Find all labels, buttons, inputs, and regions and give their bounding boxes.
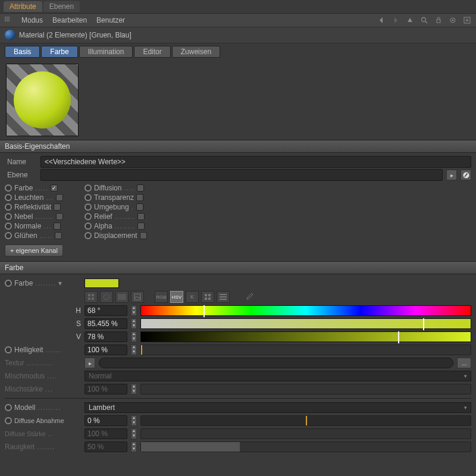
mischstaerke-slider xyxy=(140,384,471,394)
tab-farbe[interactable]: Farbe xyxy=(41,46,77,58)
ebene-arrow-icon[interactable]: ▸ xyxy=(446,170,457,180)
channel-displacement[interactable]: Displacement xyxy=(84,231,162,240)
mode-list-icon[interactable] xyxy=(217,291,230,303)
textur-arrow[interactable]: ▸ xyxy=(84,358,95,368)
v-stepper[interactable]: ▲▼ xyxy=(131,331,137,342)
channel-farbe[interactable]: Farbe.....✓ xyxy=(5,184,75,192)
h-label: H xyxy=(76,306,81,315)
diffuse-abnahme-stepper[interactable]: ▲▼ xyxy=(131,415,137,426)
diffuse-staerke-label: Diffuse Stärke xyxy=(5,430,46,437)
helligkeit-slider[interactable] xyxy=(140,345,471,355)
mode-k[interactable]: K xyxy=(186,291,199,303)
mischstaerke-label: Mischstärke xyxy=(5,385,43,393)
color-swatch[interactable] xyxy=(84,278,119,288)
tab-attribute[interactable]: Attribute xyxy=(4,1,42,12)
helligkeit-stepper[interactable]: ▲▼ xyxy=(131,345,137,355)
name-label: Name xyxy=(5,158,37,166)
channel-leuchten[interactable]: Leuchten... xyxy=(5,193,75,202)
channel-relief[interactable]: Relief........ xyxy=(84,212,162,221)
rauigkeit-label: Rauigkeit xyxy=(5,443,35,451)
mode-grid-icon[interactable] xyxy=(201,291,214,303)
svg-rect-19 xyxy=(220,299,227,300)
tab-ebenen[interactable]: Ebenen xyxy=(43,1,80,12)
h-input[interactable] xyxy=(84,305,127,316)
diffuse-staerke-slider xyxy=(140,428,471,439)
helligkeit-input[interactable] xyxy=(84,345,127,355)
channel-transparenz[interactable]: Transparenz xyxy=(84,193,162,202)
mode-spectrum-icon[interactable] xyxy=(115,291,129,303)
menu-bearbeiten[interactable]: Bearbeiten xyxy=(52,16,87,24)
channel-gluehen[interactable]: Glühen..... xyxy=(5,231,75,240)
ebene-clear-icon[interactable] xyxy=(461,170,471,180)
basis-header: Basis-Eigenschaften xyxy=(0,140,476,153)
material-preview[interactable] xyxy=(6,64,79,136)
svg-rect-9 xyxy=(92,298,94,300)
tab-basis[interactable]: Basis xyxy=(5,46,40,58)
h-stepper[interactable]: ▲▼ xyxy=(131,305,137,316)
nav-back-icon[interactable] xyxy=(377,16,386,24)
menu-benutzer[interactable]: Benutzer xyxy=(96,16,125,24)
channel-nebel[interactable]: Nebel....... xyxy=(5,212,75,221)
diffuse-abnahme-label: Diffuse Abnahme xyxy=(14,417,64,424)
channel-alpha[interactable]: Alpha........ xyxy=(84,222,162,230)
channel-normale[interactable]: Normale... xyxy=(5,222,75,230)
add-channel-button[interactable]: + eigenen Kanal xyxy=(5,245,63,256)
rauigkeit-input xyxy=(84,441,127,452)
channel-reflekt[interactable]: Reflektivität xyxy=(5,203,75,211)
svg-rect-14 xyxy=(208,294,211,296)
new-panel-icon[interactable] xyxy=(463,16,471,24)
material-title: Material (2 Elemente) [Gruen, Blau] xyxy=(19,31,131,39)
mode-swatches-icon[interactable] xyxy=(84,291,98,303)
eyedropper-icon[interactable] xyxy=(243,291,256,303)
s-label: S xyxy=(76,320,81,328)
name-input[interactable] xyxy=(40,156,471,168)
svg-rect-13 xyxy=(205,294,207,296)
search-icon[interactable] xyxy=(420,16,428,24)
nav-up-icon[interactable] xyxy=(406,16,414,24)
svg-rect-6 xyxy=(88,294,90,296)
mischstaerke-input xyxy=(84,384,127,394)
textur-input[interactable] xyxy=(99,358,453,368)
svg-rect-8 xyxy=(88,298,90,300)
tab-illumination[interactable]: Illumination xyxy=(79,46,133,58)
lock-icon[interactable] xyxy=(434,16,443,24)
modell-label: Modell xyxy=(14,403,35,412)
svg-rect-11 xyxy=(118,294,126,300)
s-slider[interactable] xyxy=(140,318,471,329)
menu-modus[interactable]: Modus xyxy=(21,16,43,24)
svg-rect-16 xyxy=(208,298,211,300)
farbe-header: Farbe xyxy=(0,261,476,274)
s-stepper[interactable]: ▲▼ xyxy=(131,318,137,329)
mode-wheel-icon[interactable] xyxy=(100,291,113,303)
target-icon[interactable] xyxy=(449,16,457,24)
svg-point-3 xyxy=(452,20,454,21)
rauigkeit-slider xyxy=(140,441,471,452)
h-slider[interactable] xyxy=(140,305,471,316)
s-input[interactable] xyxy=(84,318,127,329)
textur-browse-button[interactable]: ... xyxy=(457,358,471,368)
channel-umgebung[interactable]: Umgebung. xyxy=(84,203,162,211)
mischmodus-select: Normal▾ xyxy=(84,371,471,381)
ebene-input[interactable] xyxy=(40,169,443,181)
modell-select[interactable]: Lambert▾ xyxy=(84,402,471,413)
mode-hsv[interactable]: HSV xyxy=(170,291,183,303)
svg-rect-17 xyxy=(220,294,227,295)
diffuse-abnahme-input[interactable] xyxy=(84,415,127,426)
diffuse-abnahme-slider[interactable] xyxy=(140,415,471,426)
v-slider[interactable] xyxy=(140,331,471,342)
tab-editor[interactable]: Editor xyxy=(134,46,170,58)
mischmodus-label: Mischmodus xyxy=(5,372,45,380)
farbe-label: Farbe xyxy=(14,279,33,287)
svg-rect-7 xyxy=(92,294,94,296)
channel-diffusion[interactable]: Diffusion.... xyxy=(84,184,162,192)
mode-picture-icon[interactable] xyxy=(131,291,144,303)
tab-zuweisen[interactable]: Zuweisen xyxy=(172,46,220,58)
nav-fwd-icon[interactable] xyxy=(392,16,400,24)
rauigkeit-stepper: ▲▼ xyxy=(131,441,137,452)
svg-point-10 xyxy=(104,295,109,300)
mode-rgb[interactable]: RGB xyxy=(155,291,168,303)
grip-icon xyxy=(5,17,12,24)
diffuse-staerke-input xyxy=(84,428,127,439)
textur-label: Textur xyxy=(5,359,24,367)
v-input[interactable] xyxy=(84,331,127,342)
